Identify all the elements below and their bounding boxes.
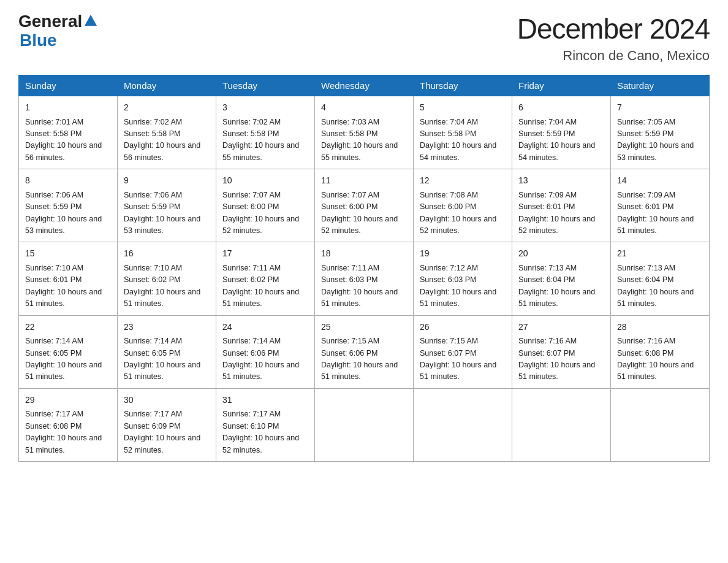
calendar-day-cell: 24 Sunrise: 7:14 AMSunset: 6:06 PMDaylig… <box>216 315 315 388</box>
calendar-table: SundayMondayTuesdayWednesdayThursdayFrid… <box>18 75 710 462</box>
calendar-day-cell: 5 Sunrise: 7:04 AMSunset: 5:58 PMDayligh… <box>414 96 512 169</box>
day-info: Sunrise: 7:14 AMSunset: 6:05 PMDaylight:… <box>124 337 200 381</box>
day-number: 13 <box>518 174 604 188</box>
calendar-day-cell: 17 Sunrise: 7:11 AMSunset: 6:02 PMDaylig… <box>216 242 315 315</box>
day-info: Sunrise: 7:12 AMSunset: 6:03 PMDaylight:… <box>420 264 496 308</box>
day-number: 9 <box>124 174 210 188</box>
day-info: Sunrise: 7:16 AMSunset: 6:08 PMDaylight:… <box>617 337 694 381</box>
day-number: 12 <box>420 174 506 188</box>
day-number: 22 <box>25 321 111 334</box>
day-info: Sunrise: 7:17 AMSunset: 6:10 PMDaylight:… <box>222 410 299 454</box>
calendar-day-cell <box>512 388 611 461</box>
day-info: Sunrise: 7:13 AMSunset: 6:04 PMDaylight:… <box>518 264 595 308</box>
calendar-day-cell: 15 Sunrise: 7:10 AMSunset: 6:01 PMDaylig… <box>19 242 118 315</box>
day-info: Sunrise: 7:10 AMSunset: 6:02 PMDaylight:… <box>124 264 200 308</box>
calendar-day-cell: 1 Sunrise: 7:01 AMSunset: 5:58 PMDayligh… <box>19 96 118 169</box>
day-number: 2 <box>124 101 210 115</box>
day-info: Sunrise: 7:03 AMSunset: 5:58 PMDaylight:… <box>321 118 398 162</box>
day-info: Sunrise: 7:13 AMSunset: 6:04 PMDaylight:… <box>617 264 694 308</box>
calendar-day-cell: 18 Sunrise: 7:11 AMSunset: 6:03 PMDaylig… <box>315 242 414 315</box>
day-number: 23 <box>124 321 210 334</box>
day-number: 1 <box>25 101 111 115</box>
day-of-week-header: Tuesday <box>216 75 315 96</box>
calendar-day-cell: 28 Sunrise: 7:16 AMSunset: 6:08 PMDaylig… <box>611 315 710 388</box>
day-number: 17 <box>222 247 308 261</box>
day-info: Sunrise: 7:16 AMSunset: 6:07 PMDaylight:… <box>518 337 595 381</box>
day-number: 14 <box>617 174 703 188</box>
day-info: Sunrise: 7:15 AMSunset: 6:07 PMDaylight:… <box>420 337 496 381</box>
day-info: Sunrise: 7:11 AMSunset: 6:03 PMDaylight:… <box>321 264 398 308</box>
day-info: Sunrise: 7:01 AMSunset: 5:58 PMDaylight:… <box>25 118 102 162</box>
day-number: 27 <box>518 321 604 334</box>
day-number: 6 <box>518 101 604 115</box>
day-of-week-header: Monday <box>118 75 216 96</box>
calendar-day-cell: 29 Sunrise: 7:17 AMSunset: 6:08 PMDaylig… <box>19 388 118 461</box>
day-info: Sunrise: 7:14 AMSunset: 6:05 PMDaylight:… <box>25 337 102 381</box>
calendar-week-row: 22 Sunrise: 7:14 AMSunset: 6:05 PMDaylig… <box>19 315 710 388</box>
calendar-week-row: 15 Sunrise: 7:10 AMSunset: 6:01 PMDaylig… <box>19 242 710 315</box>
day-info: Sunrise: 7:09 AMSunset: 6:01 PMDaylight:… <box>518 191 595 235</box>
day-info: Sunrise: 7:07 AMSunset: 6:00 PMDaylight:… <box>321 191 398 235</box>
day-number: 26 <box>420 321 506 334</box>
calendar-header-row: SundayMondayTuesdayWednesdayThursdayFrid… <box>19 75 710 96</box>
calendar-day-cell: 14 Sunrise: 7:09 AMSunset: 6:01 PMDaylig… <box>611 169 710 242</box>
calendar-title: December 2024 <box>517 12 710 45</box>
day-number: 4 <box>321 101 407 115</box>
day-number: 5 <box>420 101 506 115</box>
calendar-day-cell: 25 Sunrise: 7:15 AMSunset: 6:06 PMDaylig… <box>315 315 414 388</box>
calendar-day-cell <box>611 388 710 461</box>
calendar-day-cell: 9 Sunrise: 7:06 AMSunset: 5:59 PMDayligh… <box>118 169 216 242</box>
calendar-day-cell: 2 Sunrise: 7:02 AMSunset: 5:58 PMDayligh… <box>118 96 216 169</box>
day-number: 31 <box>222 394 308 407</box>
calendar-day-cell <box>414 388 512 461</box>
calendar-day-cell: 10 Sunrise: 7:07 AMSunset: 6:00 PMDaylig… <box>216 169 315 242</box>
day-number: 25 <box>321 321 407 334</box>
day-number: 29 <box>25 394 111 407</box>
day-number: 15 <box>25 247 111 261</box>
calendar-day-cell <box>315 388 414 461</box>
day-info: Sunrise: 7:15 AMSunset: 6:06 PMDaylight:… <box>321 337 398 381</box>
logo-arrow-icon <box>85 15 97 26</box>
day-info: Sunrise: 7:17 AMSunset: 6:09 PMDaylight:… <box>124 410 200 454</box>
calendar-day-cell: 22 Sunrise: 7:14 AMSunset: 6:05 PMDaylig… <box>19 315 118 388</box>
calendar-day-cell: 26 Sunrise: 7:15 AMSunset: 6:07 PMDaylig… <box>414 315 512 388</box>
logo-general-text: General <box>18 12 82 31</box>
calendar-day-cell: 3 Sunrise: 7:02 AMSunset: 5:58 PMDayligh… <box>216 96 315 169</box>
day-of-week-header: Saturday <box>611 75 710 96</box>
day-number: 8 <box>25 174 111 188</box>
day-number: 24 <box>222 321 308 334</box>
page-header: General Blue December 2024 Rincon de Can… <box>18 12 710 64</box>
day-info: Sunrise: 7:11 AMSunset: 6:02 PMDaylight:… <box>222 264 299 308</box>
day-info: Sunrise: 7:06 AMSunset: 5:59 PMDaylight:… <box>25 191 102 235</box>
day-info: Sunrise: 7:09 AMSunset: 6:01 PMDaylight:… <box>617 191 694 235</box>
calendar-day-cell: 19 Sunrise: 7:12 AMSunset: 6:03 PMDaylig… <box>414 242 512 315</box>
day-info: Sunrise: 7:14 AMSunset: 6:06 PMDaylight:… <box>222 337 299 381</box>
calendar-week-row: 29 Sunrise: 7:17 AMSunset: 6:08 PMDaylig… <box>19 388 710 461</box>
day-info: Sunrise: 7:02 AMSunset: 5:58 PMDaylight:… <box>124 118 200 162</box>
day-of-week-header: Thursday <box>414 75 512 96</box>
day-number: 3 <box>222 101 308 115</box>
logo-blue-text: Blue <box>20 31 97 50</box>
day-number: 18 <box>321 247 407 261</box>
calendar-day-cell: 13 Sunrise: 7:09 AMSunset: 6:01 PMDaylig… <box>512 169 611 242</box>
calendar-day-cell: 16 Sunrise: 7:10 AMSunset: 6:02 PMDaylig… <box>118 242 216 315</box>
calendar-day-cell: 20 Sunrise: 7:13 AMSunset: 6:04 PMDaylig… <box>512 242 611 315</box>
day-number: 20 <box>518 247 604 261</box>
day-number: 11 <box>321 174 407 188</box>
day-info: Sunrise: 7:10 AMSunset: 6:01 PMDaylight:… <box>25 264 102 308</box>
calendar-day-cell: 11 Sunrise: 7:07 AMSunset: 6:00 PMDaylig… <box>315 169 414 242</box>
calendar-day-cell: 12 Sunrise: 7:08 AMSunset: 6:00 PMDaylig… <box>414 169 512 242</box>
day-number: 16 <box>124 247 210 261</box>
calendar-day-cell: 30 Sunrise: 7:17 AMSunset: 6:09 PMDaylig… <box>118 388 216 461</box>
calendar-day-cell: 6 Sunrise: 7:04 AMSunset: 5:59 PMDayligh… <box>512 96 611 169</box>
calendar-subtitle: Rincon de Cano, Mexico <box>517 48 710 64</box>
calendar-day-cell: 8 Sunrise: 7:06 AMSunset: 5:59 PMDayligh… <box>19 169 118 242</box>
day-info: Sunrise: 7:08 AMSunset: 6:00 PMDaylight:… <box>420 191 496 235</box>
day-number: 30 <box>124 394 210 407</box>
day-number: 7 <box>617 101 703 115</box>
day-of-week-header: Friday <box>512 75 611 96</box>
day-number: 28 <box>617 321 703 334</box>
calendar-day-cell: 21 Sunrise: 7:13 AMSunset: 6:04 PMDaylig… <box>611 242 710 315</box>
day-of-week-header: Sunday <box>19 75 118 96</box>
day-info: Sunrise: 7:06 AMSunset: 5:59 PMDaylight:… <box>124 191 200 235</box>
